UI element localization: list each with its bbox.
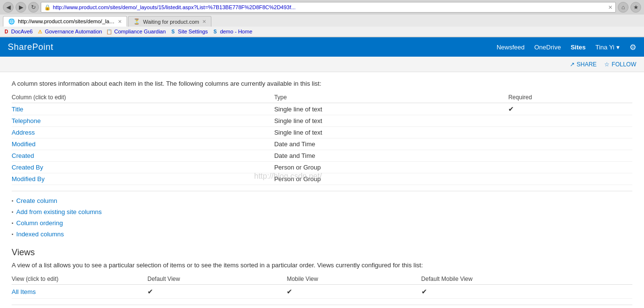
- follow-label: FOLLOW: [612, 61, 636, 68]
- view-col-header-default: Default View: [147, 274, 287, 285]
- tab-2-close[interactable]: ✕: [202, 19, 206, 24]
- column-required: [508, 173, 632, 185]
- action-link[interactable]: Column ordering: [16, 219, 63, 227]
- sp-logo: SharePoint: [8, 42, 53, 52]
- table-row: All Items ✔ ✔ ✔: [12, 285, 632, 299]
- view-col-header-name: View (click to edit): [12, 274, 147, 285]
- views-table: View (click to edit) Default View Mobile…: [12, 274, 632, 299]
- table-row: Telephone Single line of text: [12, 115, 632, 127]
- sp-user[interactable]: Tina Yi ▾: [596, 44, 620, 51]
- view-default: ✔: [147, 285, 287, 299]
- browser-chrome: ◀ ▶ ↻ 🔒 ✕ ⌂ ★ 🌐 http://www.product.com/s…: [0, 0, 644, 37]
- follow-button[interactable]: ☆ FOLLOW: [604, 61, 636, 68]
- column-type: Single line of text: [274, 127, 508, 139]
- action-link[interactable]: Create column: [16, 197, 58, 204]
- column-type: Date and Time: [274, 150, 508, 162]
- column-name[interactable]: Modified: [12, 139, 274, 150]
- column-required: [508, 150, 632, 162]
- tab-1-close[interactable]: ✕: [118, 19, 122, 24]
- action-link-item: ▪ Create column: [12, 197, 632, 204]
- col-header-type: Type: [274, 92, 508, 103]
- action-link-bullet: ▪: [12, 209, 14, 215]
- bookmark-docave6[interactable]: D DocAve6: [3, 28, 32, 35]
- views-section: Views A view of a list allows you to see…: [12, 247, 632, 308]
- forward-button[interactable]: ▶: [16, 2, 26, 13]
- column-required: [508, 162, 632, 173]
- sp-topbar: SharePoint Newsfeed OneDrive Sites Tina …: [0, 37, 644, 57]
- bookmark-sitesettings[interactable]: S Site Settings: [170, 28, 208, 35]
- column-required: [508, 139, 632, 150]
- follow-star-icon: ☆: [604, 61, 610, 68]
- table-row: Created Date and Time: [12, 150, 632, 162]
- action-link[interactable]: Indexed columns: [16, 231, 64, 238]
- views-divider: [12, 305, 632, 305]
- sp-secondary-bar: ↗ SHARE ☆ FOLLOW: [0, 57, 644, 72]
- sp-content: A column stores information about each i…: [0, 72, 644, 308]
- table-row: Created By Person or Group: [12, 162, 632, 173]
- table-row: Address Single line of text: [12, 127, 632, 139]
- tab-1-icon: 🌐: [8, 18, 15, 25]
- column-type: Single line of text: [274, 115, 508, 127]
- content-area: A column stores information about each i…: [12, 80, 632, 308]
- tab-1[interactable]: 🌐 http://www.product.com/sites/demo/_lay…: [3, 16, 127, 27]
- views-description: A view of a list allows you to see a par…: [12, 262, 632, 269]
- default-view-checkmark: ✔: [147, 288, 153, 295]
- column-name[interactable]: Telephone: [12, 115, 274, 127]
- back-button[interactable]: ◀: [3, 2, 14, 13]
- columns-description: A column stores information about each i…: [12, 80, 632, 87]
- column-type: Single line of text: [274, 103, 508, 115]
- sp-username: Tina Yi: [596, 44, 614, 51]
- nav-sites[interactable]: Sites: [571, 44, 586, 51]
- favorites-button[interactable]: ★: [630, 2, 641, 13]
- bookmarks-bar: D DocAve6 ⚠ Governance Automation 📋 Comp…: [0, 27, 644, 37]
- action-link-item: ▪ Add from existing site columns: [12, 208, 632, 216]
- nav-onedrive[interactable]: OneDrive: [534, 44, 561, 51]
- col-header-required: Required: [508, 92, 632, 103]
- column-required: [508, 115, 632, 127]
- column-type: Date and Time: [274, 139, 508, 150]
- action-link-item: ▪ Indexed columns: [12, 231, 632, 238]
- column-required: ✔: [508, 103, 632, 115]
- address-bar: 🔒 ✕: [41, 2, 616, 13]
- sp-gear-icon[interactable]: ⚙: [629, 43, 636, 52]
- columns-divider: [12, 191, 632, 191]
- default-mobile-checkmark: ✔: [421, 288, 427, 295]
- home-button[interactable]: ⌂: [618, 2, 628, 13]
- action-link-bullet: ▪: [12, 220, 14, 226]
- share-icon: ↗: [570, 61, 575, 68]
- address-input[interactable]: [53, 4, 606, 10]
- action-link[interactable]: Add from existing site columns: [16, 208, 102, 216]
- view-default-mobile: ✔: [421, 285, 632, 299]
- share-label: SHARE: [577, 61, 596, 68]
- sp-user-chevron: ▾: [616, 44, 620, 51]
- view-name[interactable]: All Items: [12, 285, 147, 299]
- tab-bar: 🌐 http://www.product.com/sites/demo/_lay…: [0, 15, 644, 27]
- action-link-bullet: ▪: [12, 198, 14, 203]
- column-name[interactable]: Modified By: [12, 173, 274, 185]
- col-header-name: Column (click to edit): [12, 92, 274, 103]
- table-row: Modified By Person or Group: [12, 173, 632, 185]
- column-name[interactable]: Address: [12, 127, 274, 139]
- column-type: Person or Group: [274, 173, 508, 185]
- bookmark-demo-home[interactable]: S demo - Home: [212, 28, 253, 35]
- nav-newsfeed[interactable]: Newsfeed: [497, 44, 525, 51]
- bookmark-governance[interactable]: ⚠ Governance Automation: [36, 28, 102, 35]
- column-type: Person or Group: [274, 162, 508, 173]
- bookmark-sitesettings-icon: S: [170, 28, 177, 35]
- bookmark-sitesettings-label: Site Settings: [178, 29, 208, 34]
- views-title: Views: [12, 247, 632, 258]
- column-name[interactable]: Created By: [12, 162, 274, 173]
- tab-2[interactable]: ⏳ Waiting for product.com ✕: [128, 16, 211, 27]
- columns-table: Column (click to edit) Type Required Tit…: [12, 92, 632, 185]
- bookmark-demo-home-icon: S: [212, 28, 219, 35]
- column-name[interactable]: Title: [12, 103, 274, 115]
- bookmark-governance-label: Governance Automation: [45, 29, 102, 34]
- bookmark-compliance[interactable]: 📋 Compliance Guardian: [106, 28, 165, 35]
- bookmark-docave6-label: DocAve6: [11, 29, 32, 34]
- column-name[interactable]: Created: [12, 150, 274, 162]
- reload-button[interactable]: ↻: [28, 2, 39, 13]
- table-row: Title Single line of text ✔: [12, 103, 632, 115]
- action-links: ▪ Create column ▪ Add from existing site…: [12, 197, 632, 238]
- bookmark-compliance-icon: 📋: [106, 28, 113, 35]
- share-button[interactable]: ↗ SHARE: [570, 61, 596, 68]
